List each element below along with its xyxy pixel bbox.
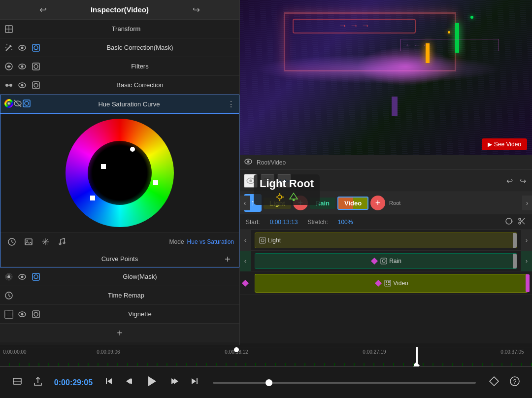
video-track-clip[interactable]: Video bbox=[255, 274, 528, 293]
rain-track-clip[interactable]: Rain bbox=[255, 253, 517, 269]
add-after-video-button[interactable]: + bbox=[370, 196, 385, 210]
skip-back-button[interactable] bbox=[101, 374, 116, 391]
home-button[interactable] bbox=[10, 374, 25, 391]
toolbar: Video ↩ ↪ bbox=[240, 170, 532, 192]
rain-clip-handle-right[interactable] bbox=[513, 254, 517, 268]
mask-icon-basic[interactable] bbox=[31, 80, 41, 90]
vignette-row[interactable]: Vignette bbox=[0, 305, 239, 324]
rain-track-scroll-right[interactable]: › bbox=[521, 251, 532, 271]
track-nav-left-button[interactable]: ‹ bbox=[240, 196, 250, 210]
color-point-3[interactable] bbox=[153, 180, 158, 185]
light-chip[interactable]: Light bbox=[264, 198, 291, 209]
light-track-scroll-right[interactable]: › bbox=[521, 230, 532, 251]
video-frame: → → → ← ← ← bbox=[240, 0, 532, 155]
light-track-scroll-left[interactable]: ‹ bbox=[240, 230, 251, 251]
svg-point-5 bbox=[6, 44, 7, 45]
breadcrumb-eye[interactable] bbox=[244, 157, 253, 167]
toolbar-undo-button[interactable]: ↩ bbox=[504, 174, 515, 188]
svg-rect-73 bbox=[385, 280, 391, 286]
mask-icon-vignette[interactable] bbox=[31, 309, 41, 319]
upload-share-button[interactable] bbox=[31, 374, 45, 391]
track-nav-right-button[interactable]: › bbox=[522, 196, 532, 210]
color-point-1[interactable] bbox=[130, 147, 135, 152]
eye-icon-filters[interactable] bbox=[17, 62, 28, 71]
video-clip-handle-right[interactable] bbox=[526, 274, 530, 292]
svg-rect-52 bbox=[5, 310, 13, 318]
rain-chip[interactable]: Rain bbox=[310, 198, 335, 209]
svg-point-47 bbox=[21, 275, 24, 278]
svg-point-17 bbox=[5, 84, 8, 87]
inspector-back-button[interactable]: ↩ bbox=[39, 4, 47, 15]
cut-button[interactable] bbox=[517, 217, 526, 227]
toolbar-pencil-button[interactable]: Video bbox=[277, 174, 291, 188]
rain-track-scroll-left[interactable]: ‹ bbox=[240, 251, 251, 271]
rain-keyframe-start[interactable] bbox=[371, 257, 378, 264]
music-icon[interactable] bbox=[56, 235, 68, 248]
time-remap-row[interactable]: Time Remap bbox=[0, 286, 239, 305]
sparkle-icon[interactable] bbox=[39, 235, 52, 248]
diamond-button[interactable] bbox=[487, 374, 501, 391]
rain-track: ‹ Rain › bbox=[240, 251, 532, 271]
color-point-4[interactable] bbox=[90, 196, 95, 200]
light-clip-handle-right[interactable] bbox=[513, 233, 517, 248]
inspector-add-button[interactable]: + bbox=[0, 324, 239, 342]
volume-knob[interactable] bbox=[266, 379, 272, 386]
eye-icon-basic-mask[interactable] bbox=[17, 43, 28, 53]
ruler-marker-left bbox=[234, 347, 239, 352]
hue-sat-header[interactable]: Hue Saturation Curve ⋮ bbox=[0, 95, 239, 114]
next-frame-button[interactable] bbox=[166, 374, 181, 391]
prev-frame-button[interactable] bbox=[122, 374, 137, 391]
glow-mask-row[interactable]: Glow(Mask) bbox=[0, 267, 239, 286]
eye-closed-icon[interactable] bbox=[13, 99, 22, 110]
help-button[interactable]: ? bbox=[507, 374, 522, 391]
see-video-label: See Video bbox=[494, 141, 521, 148]
mode-value[interactable]: Hue vs Saturation bbox=[187, 238, 234, 245]
mask-icon-filters[interactable] bbox=[31, 62, 41, 71]
color-point-2[interactable] bbox=[101, 164, 106, 169]
rain-track-content: Rain bbox=[251, 251, 521, 271]
ruler-time-0: 0:00:00:00 bbox=[3, 349, 26, 355]
basic-correction-row[interactable]: Basic Correction bbox=[0, 76, 239, 95]
time-remap-icon bbox=[4, 291, 14, 300]
mask-icon-basic-mask[interactable] bbox=[31, 43, 41, 53]
svg-rect-28 bbox=[23, 100, 30, 107]
play-button[interactable] bbox=[143, 372, 161, 393]
volume-slider[interactable] bbox=[213, 382, 476, 384]
eye-icon-vignette[interactable] bbox=[17, 309, 28, 319]
rain-chip-label: Rain bbox=[316, 199, 330, 207]
transform-row[interactable]: Transform bbox=[0, 20, 239, 38]
add-after-light-button[interactable]: + bbox=[293, 196, 308, 210]
curve-points-row[interactable]: Curve Points bbox=[0, 251, 239, 267]
mask-icon-hue[interactable] bbox=[22, 99, 31, 110]
color-wheel[interactable] bbox=[66, 119, 174, 227]
clock-icon[interactable] bbox=[5, 235, 18, 248]
toolbar-eye-button[interactable] bbox=[244, 174, 258, 188]
video-chip[interactable]: Video bbox=[337, 197, 368, 210]
svg-rect-76 bbox=[386, 284, 387, 285]
pedestrian-figure bbox=[392, 97, 398, 116]
start-label: Start: bbox=[246, 219, 260, 226]
image-icon[interactable] bbox=[22, 235, 35, 248]
mask-icon-glow[interactable] bbox=[31, 272, 41, 282]
see-video-button[interactable]: ▶ See Video bbox=[482, 138, 527, 150]
time-remap-label: Time Remap bbox=[17, 292, 235, 299]
loop-button[interactable] bbox=[504, 217, 513, 227]
toolbar-redo-button[interactable]: ↪ bbox=[518, 174, 528, 188]
toolbar-menu-button[interactable] bbox=[261, 174, 274, 188]
basic-correction-mask-row[interactable]: Basic Correction(Mask) bbox=[0, 38, 239, 57]
eye-icon-glow[interactable] bbox=[17, 272, 28, 282]
svg-point-9 bbox=[21, 46, 24, 49]
video-keyframe-1[interactable] bbox=[375, 279, 382, 286]
inspector-forward-button[interactable]: ↪ bbox=[193, 4, 200, 15]
eye-icon-basic[interactable] bbox=[17, 80, 28, 90]
vignette-icon bbox=[4, 309, 14, 319]
inspector-header: ↩ Inspector(Video) ↪ bbox=[0, 0, 239, 20]
ruler-time-3: 0:00:27:19 bbox=[363, 349, 386, 355]
svg-point-43 bbox=[7, 275, 10, 278]
filters-row[interactable]: Filters bbox=[0, 57, 239, 76]
timeline-ruler[interactable]: 0:00:00:00 0:00:09:06 0:00:18:12 0:00:27… bbox=[0, 347, 532, 366]
light-track-clip[interactable]: Light bbox=[255, 232, 517, 248]
info-row: Start: 0:00:13:13 Stretch: 100% bbox=[240, 214, 532, 230]
skip-forward-button[interactable] bbox=[187, 374, 202, 391]
hue-sat-menu[interactable]: ⋮ bbox=[227, 100, 235, 109]
